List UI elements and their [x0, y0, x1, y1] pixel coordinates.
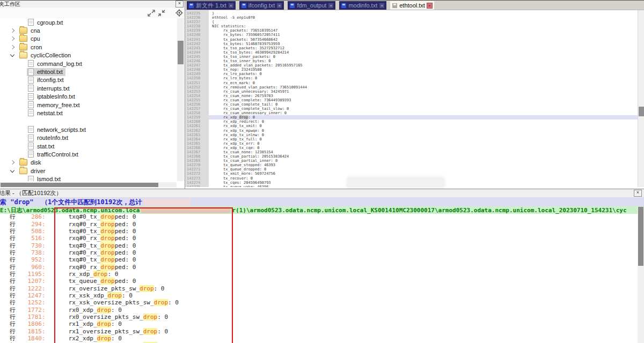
tree-item-iptablesInfo.txt[interactable]: iptablesInfo.txt	[0, 93, 177, 101]
line-number: 142275	[185, 185, 209, 187]
result-row[interactable]: 行730:txq#0_tx_dropped: 0	[0, 242, 638, 249]
tree-item-driver[interactable]: driver	[0, 167, 177, 175]
editor-vertical-scrollbar[interactable]	[638, 10, 644, 187]
result-row[interactable]: 行960:rxq#0_rx_dropped: 0	[0, 263, 638, 270]
close-icon[interactable]	[277, 3, 282, 8]
redacted-text	[143, 199, 191, 205]
results-close-icon[interactable]	[634, 190, 642, 197]
colon: :	[42, 335, 46, 342]
line-text: {	[209, 20, 638, 24]
tree-item-stat.txt[interactable]: stat.txt	[0, 142, 177, 150]
scrollbar-thumb[interactable]	[1, 183, 158, 187]
tree-item-ethtool.txt[interactable]: ethtool.txt	[0, 68, 177, 76]
tree-item-row: cron	[18, 43, 45, 51]
result-row[interactable]: 行294:rxq#0_rx_dropped: 0	[0, 220, 638, 227]
line-number: 142248	[185, 68, 209, 72]
tree-item-interrupts.txt[interactable]: interrupts.txt	[0, 84, 177, 92]
chevron-right-icon[interactable]	[10, 45, 14, 49]
tree-item-cyclicCollection[interactable]: cyclicCollection	[0, 51, 177, 59]
tree-item-netstat.txt[interactable]: netstat.txt	[0, 109, 177, 117]
tree-item-memory_free.txt[interactable]: memory_free.txt	[0, 101, 177, 109]
locate-current-file-icon[interactable]	[175, 9, 183, 17]
tree-item-command_log.txt[interactable]: command_log.txt	[0, 59, 177, 68]
scrollbar-thumb[interactable]	[178, 41, 184, 64]
result-row[interactable]: 行738:rxq#0_rx_dropped: 0	[0, 249, 638, 256]
tree-item-trafficControl.txt[interactable]: trafficControl.txt	[0, 150, 177, 158]
tree-item-cgroup.txt[interactable]: cgroup.txt	[0, 18, 177, 26]
code-line: 142249 rx_lro_packets: 0	[185, 72, 638, 76]
tree-item-disk[interactable]: disk	[0, 159, 177, 167]
line-number: 142251	[185, 81, 209, 85]
result-text: rxq#0_rx_dropped: 0	[69, 249, 136, 256]
result-row[interactable]: 行1247:rx_xsk_xdp_drop: 0	[0, 292, 638, 299]
results-vertical-scrollbar[interactable]	[638, 207, 644, 343]
close-icon[interactable]	[229, 3, 233, 8]
match-highlight: drop	[140, 285, 154, 292]
chevron-right-icon[interactable]	[10, 36, 14, 41]
workspace-title: 夹工作区	[0, 1, 20, 8]
colon: :	[42, 285, 46, 292]
search-summary-text: 索 "drop" （1个文件中匹配到10192次，总计	[0, 198, 142, 206]
result-row[interactable]: 行508:txq#0_tx_dropped: 0	[0, 228, 638, 235]
tree-item-label: netstat.txt	[37, 110, 63, 116]
tree-vertical-scrollbar[interactable]	[177, 18, 184, 181]
collapse-all-icon[interactable]	[158, 10, 165, 17]
close-icon[interactable]	[328, 3, 333, 8]
result-row[interactable]: 行1815:rx1_oversize_pkts_sw_drop: 0	[0, 328, 638, 335]
tree-item-network_scripts.txt[interactable]: network_scripts.txt	[0, 125, 177, 133]
tree-item-routeInfo.txt[interactable]: routeInfo.txt	[0, 133, 177, 141]
result-row[interactable]: 行1806:rx1_xdp_drop: 0	[0, 320, 638, 327]
chevron-down-icon[interactable]	[10, 168, 14, 172]
line-text: rx_xdp_tx_cqe: 0	[209, 146, 638, 150]
match-highlight: drop	[100, 242, 115, 249]
workspace-close-icon[interactable]	[175, 1, 184, 8]
search-results-panel: 结果 - （匹配10192次） 索 "drop" （1个文件中匹配到10192次…	[0, 189, 644, 343]
result-row[interactable]: 行952:txq#0_tx_dropped: 0	[0, 256, 638, 263]
scrollbar-thumb[interactable]	[639, 107, 644, 116]
line-text: tx_bytes: 514607839753959	[209, 42, 638, 46]
chevron-right-icon[interactable]	[10, 160, 14, 165]
result-row[interactable]: 行1772:rx0_xdp_drop: 0	[0, 306, 638, 313]
result-row[interactable]: 行1222:rx_oversize_pkts_sw_drop: 0	[0, 285, 638, 292]
line-number: 142249	[185, 72, 209, 76]
code-line: 142261 rx_xdp_tx_xmit: 0	[185, 124, 638, 128]
result-text: txq#0_tx_dropped: 0	[69, 228, 136, 235]
editor-content[interactable]: 142235}142236ethtool -S enp1s0f0142237{1…	[185, 10, 638, 187]
expand-all-icon[interactable]	[148, 10, 155, 17]
result-text: rxq#0_rx_dropped: 0	[69, 221, 136, 228]
close-icon[interactable]	[379, 3, 384, 8]
colon: :	[42, 271, 46, 278]
tree-item-label: interrupts.txt	[37, 85, 70, 92]
result-row[interactable]: 行1252:rx_xsk_oversize_pkts_sw_drop: 0	[0, 299, 638, 306]
result-row[interactable]: 行286:txq#0_tx_dropped: 0	[0, 213, 638, 220]
result-text: rx1_oversize_pkts_sw_drop: 0	[69, 328, 168, 335]
line-number: 142265	[185, 141, 209, 146]
line-number: 142250	[185, 76, 209, 80]
tree-item-ifconfig.txt[interactable]: ifconfig.txt	[0, 76, 177, 84]
colon: :	[42, 228, 46, 235]
code-line: 142253 rx_csum_unnecessary: 34245971	[185, 90, 638, 94]
tree-item-cna[interactable]: cna	[0, 26, 177, 34]
result-row[interactable]: 行516:rxq#0_rx_dropped: 0	[0, 235, 638, 242]
tab-modinfo.txt[interactable]: modinfo.txt	[339, 1, 386, 10]
tree-item-lsmod.txt[interactable]: lsmod.txt	[0, 175, 177, 181]
tab-fdm_output[interactable]: fdm_output	[288, 1, 335, 10]
line-number: 142240	[185, 33, 209, 37]
result-row[interactable]: 行1840:rx2_xdp_drop: 0	[0, 335, 638, 342]
tree-horizontal-scrollbar[interactable]	[0, 182, 177, 188]
match-highlight: drop	[97, 335, 112, 342]
tab-ifconfig.txt[interactable]: ifconfig.txt	[239, 1, 284, 10]
result-file-path[interactable]: E:\日志\armod0523.odata.ncmp.unicom.loca r…	[0, 206, 644, 214]
scrollbar-thumb[interactable]	[638, 207, 643, 266]
tab-新文件 1.txt[interactable]: 新文件 1.txt	[187, 1, 236, 10]
tree-item-cron[interactable]: cron	[0, 43, 177, 51]
result-row[interactable]: 行1207:tx_queue_dropped: 0	[0, 278, 638, 285]
chevron-right-icon[interactable]	[10, 28, 14, 33]
result-row[interactable]: 行1195:rx_xdp_drop: 0	[0, 271, 638, 278]
tab-ethtool.txt[interactable]: ethtool.txt	[390, 1, 434, 10]
chevron-down-icon[interactable]	[10, 53, 14, 57]
result-row[interactable]: 行1781:rx0_oversize_pkts_sw_drop: 0	[0, 314, 638, 320]
tree-item-cpu[interactable]: cpu	[0, 35, 177, 43]
close-icon[interactable]	[427, 3, 432, 8]
line-text: rx_xdp_tx_err: 0	[209, 141, 638, 146]
